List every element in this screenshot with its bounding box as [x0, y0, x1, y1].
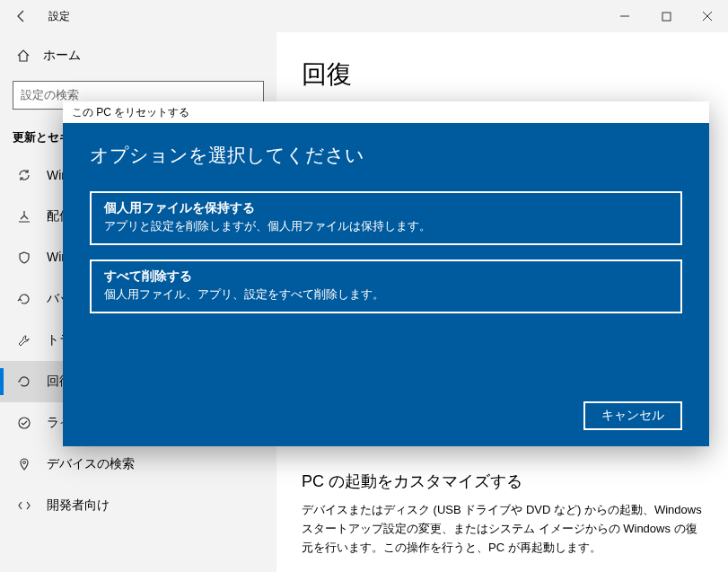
sidebar-home[interactable]: ホーム: [0, 38, 276, 74]
option-keep-files[interactable]: 個人用ファイルを保持する アプリと設定を削除しますが、個人用ファイルは保持します…: [90, 191, 682, 245]
option-title: すべて削除する: [104, 268, 668, 285]
sidebar-item-label: 開発者向け: [47, 497, 110, 514]
home-icon: [16, 48, 31, 63]
check-icon: [16, 416, 32, 430]
window-titlebar: 設定: [0, 0, 728, 32]
back-button[interactable]: [0, 0, 43, 32]
svg-point-2: [19, 418, 30, 428]
option-desc: アプリと設定を削除しますが、個人用ファイルは保持します。: [104, 218, 668, 234]
option-remove-all[interactable]: すべて削除する 個人用ファイル、アプリ、設定をすべて削除します。: [90, 260, 682, 313]
recovery-icon: [16, 374, 32, 389]
wrench-icon: [16, 333, 32, 348]
page-title: 回復: [302, 57, 706, 92]
window-title: 設定: [43, 9, 70, 24]
option-title: 個人用ファイルを保持する: [104, 200, 668, 216]
cancel-button[interactable]: キャンセル: [583, 401, 682, 430]
sidebar-item-developer[interactable]: 開発者向け: [0, 485, 276, 526]
delivery-icon: [16, 209, 32, 224]
sidebar-item-find-device[interactable]: デバイスの検索: [0, 444, 276, 485]
code-icon: [16, 498, 32, 513]
close-button[interactable]: [687, 0, 728, 32]
boot-text: デバイスまたはディスク (USB ドライブや DVD など) からの起動、Win…: [302, 501, 706, 557]
option-desc: 個人用ファイル、アプリ、設定をすべて削除します。: [104, 286, 668, 303]
sidebar-home-label: ホーム: [43, 48, 81, 64]
backup-icon: [16, 292, 32, 306]
boot-heading: PC の起動をカスタマイズする: [302, 471, 706, 492]
reset-pc-dialog: この PC をリセットする オプションを選択してください 個人用ファイルを保持す…: [63, 101, 709, 446]
location-icon: [16, 457, 32, 471]
svg-point-3: [23, 462, 26, 464]
sync-icon: [16, 168, 32, 182]
minimize-button[interactable]: [604, 0, 645, 32]
svg-rect-1: [662, 13, 671, 21]
dialog-titlebar: この PC をリセットする: [63, 101, 709, 123]
maximize-button[interactable]: [645, 0, 687, 32]
dialog-heading: オプションを選択してください: [90, 143, 682, 168]
sidebar-item-label: デバイスの検索: [47, 456, 135, 472]
shield-icon: [16, 251, 32, 265]
